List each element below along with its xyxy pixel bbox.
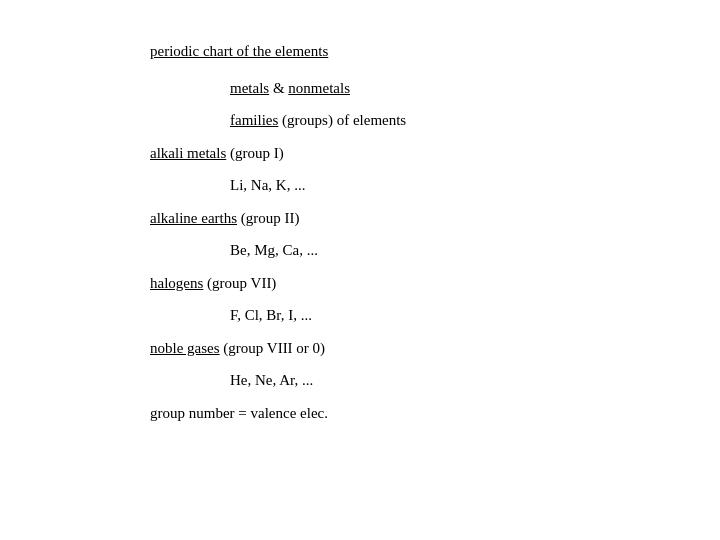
title-line: periodic chart of the elements: [150, 40, 720, 63]
alkali-metals-group: (group I): [226, 145, 283, 161]
alkali-examples: Li, Na, K, ...: [230, 177, 305, 193]
families-line: families (groups) of elements: [150, 109, 720, 132]
halogens-text: halogens: [150, 275, 203, 291]
halogens-examples: F, Cl, Br, I, ...: [230, 307, 312, 323]
page-title: periodic chart of the elements: [150, 43, 328, 59]
alkali-examples-line: Li, Na, K, ...: [150, 174, 720, 197]
halogens-line: halogens (group VII): [150, 272, 720, 295]
families-text: families: [230, 112, 278, 128]
noble-gases-text: noble gases: [150, 340, 220, 356]
metals-text: metals: [230, 80, 269, 96]
alkaline-earths-group: (group II): [237, 210, 299, 226]
families-rest: (groups) of elements: [278, 112, 406, 128]
page-content: periodic chart of the elements metals & …: [0, 0, 720, 540]
noble-gases-line: noble gases (group VIII or 0): [150, 337, 720, 360]
alkaline-examples-line: Be, Mg, Ca, ...: [150, 239, 720, 262]
alkali-metals-text: alkali metals: [150, 145, 226, 161]
noble-gases-examples-line: He, Ne, Ar, ...: [150, 369, 720, 392]
alkali-metals-line: alkali metals (group I): [150, 142, 720, 165]
noble-gases-group: (group VIII or 0): [220, 340, 326, 356]
alkaline-examples: Be, Mg, Ca, ...: [230, 242, 318, 258]
halogens-examples-line: F, Cl, Br, I, ...: [150, 304, 720, 327]
ampersand: &: [269, 80, 288, 96]
noble-gases-examples: He, Ne, Ar, ...: [230, 372, 313, 388]
alkaline-earths-text: alkaline earths: [150, 210, 237, 226]
nonmetals-text: nonmetals: [288, 80, 350, 96]
metals-nonmetals-line: metals & nonmetals: [150, 77, 720, 100]
group-number-line: group number = valence elec.: [150, 402, 720, 425]
halogens-group: (group VII): [203, 275, 276, 291]
alkaline-earths-line: alkaline earths (group II): [150, 207, 720, 230]
group-number-text: group number = valence elec.: [150, 405, 328, 421]
